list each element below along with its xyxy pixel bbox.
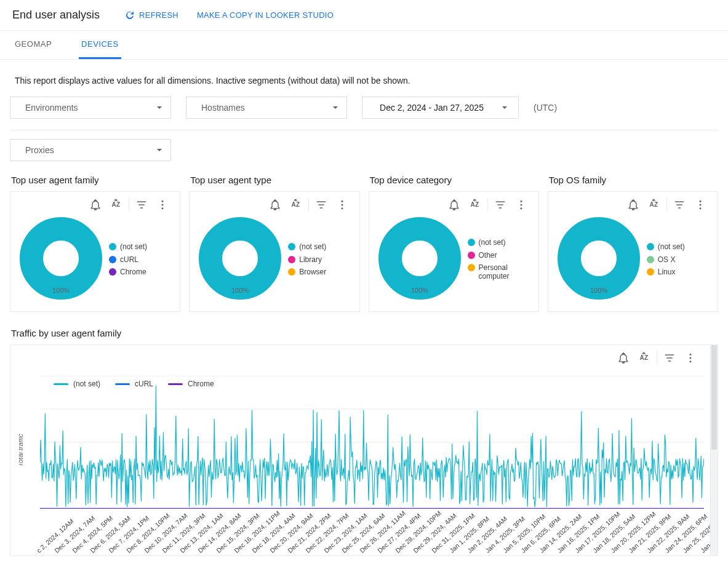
donut-row: Top user agent family AZ 100% (not set) bbox=[10, 170, 718, 312]
svg-point-22 bbox=[700, 207, 702, 209]
legend-item: OS X bbox=[647, 255, 685, 264]
more-vert-icon[interactable] bbox=[515, 199, 527, 211]
more-vert-icon[interactable] bbox=[336, 199, 348, 211]
svg-point-2 bbox=[162, 201, 164, 202]
donut-chart: 100% bbox=[377, 217, 463, 303]
sort-az-icon[interactable]: AZ bbox=[110, 199, 122, 211]
alert-icon[interactable] bbox=[269, 199, 281, 211]
make-copy-button[interactable]: MAKE A COPY IN LOOKER STUDIO bbox=[197, 10, 334, 20]
filter-icon[interactable] bbox=[494, 199, 506, 211]
legend-swatch bbox=[647, 256, 654, 263]
donut-column: Top OS family AZ 100% (not set) bbox=[548, 170, 718, 312]
legend-label: (not set) bbox=[479, 238, 506, 247]
svg-point-27 bbox=[690, 357, 692, 359]
alert-icon[interactable] bbox=[617, 352, 630, 364]
legend-swatch bbox=[647, 268, 654, 276]
sort-az-icon[interactable]: AZ bbox=[290, 199, 302, 211]
date-range-select[interactable]: Dec 2, 2024 - Jan 27, 2025 bbox=[362, 97, 519, 119]
legend-label: Personal computer bbox=[479, 263, 532, 281]
donut-title: Top device category bbox=[370, 175, 539, 185]
vertical-scrollbar-thumb[interactable] bbox=[711, 345, 717, 450]
donut-legend: (not set) Other Personal computer bbox=[468, 238, 532, 281]
donut-title: Top user agent family bbox=[11, 175, 180, 185]
legend-swatch bbox=[109, 268, 116, 276]
svg-point-23 bbox=[569, 229, 628, 288]
alert-icon[interactable] bbox=[627, 199, 639, 211]
donut-card: AZ 100% (not set) OS X Linux bbox=[548, 191, 718, 312]
x-axis-labels: c 2, 2024, 12AMDec 3, 2024, 7AMDec 4, 20… bbox=[40, 509, 704, 554]
legend-item: (not set) bbox=[288, 242, 326, 251]
legend-label: (not set) bbox=[120, 242, 147, 251]
card-toolbar: AZ bbox=[552, 196, 714, 214]
traffic-title: Traffic by user agent family bbox=[11, 328, 718, 338]
legend-item: (not set) bbox=[468, 238, 532, 247]
page-title: End user analysis bbox=[12, 9, 100, 22]
chevron-down-icon bbox=[157, 149, 162, 151]
filter-icon[interactable] bbox=[135, 199, 148, 211]
svg-text:Z: Z bbox=[116, 201, 120, 208]
svg-point-11 bbox=[210, 229, 270, 288]
filter-icon[interactable] bbox=[663, 352, 676, 364]
legend-label: Other bbox=[479, 251, 497, 260]
legend-item: cURL bbox=[109, 255, 147, 264]
legend-item: (not set) bbox=[109, 242, 147, 251]
svg-text:Z: Z bbox=[475, 201, 479, 208]
legend-label: cURL bbox=[120, 255, 138, 264]
donut-column: Top device category AZ 100% (not set) bbox=[369, 170, 539, 312]
tab-geomap[interactable]: GEOMAP bbox=[12, 31, 54, 59]
legend-label: Linux bbox=[658, 268, 676, 276]
donut-percent: 100% bbox=[231, 287, 249, 294]
timezone-label: (UTC) bbox=[534, 103, 557, 113]
more-vert-icon[interactable] bbox=[684, 352, 697, 364]
donut-column: Top user agent type AZ 100% (not set) bbox=[189, 170, 359, 312]
legend-item: Library bbox=[288, 255, 326, 264]
legend-swatch bbox=[109, 243, 116, 250]
svg-text:A: A bbox=[640, 354, 644, 361]
donut-chart: 100% bbox=[18, 217, 104, 303]
more-vert-icon[interactable] bbox=[156, 199, 169, 211]
svg-point-16 bbox=[520, 207, 522, 209]
traffic-plot: 05K10K15K20K bbox=[40, 376, 704, 509]
tab-devices[interactable]: DEVICES bbox=[79, 31, 121, 59]
filter-icon[interactable] bbox=[673, 199, 686, 211]
date-range-label: Dec 2, 2024 - Jan 27, 2025 bbox=[380, 103, 484, 113]
svg-point-21 bbox=[700, 204, 702, 206]
alert-icon[interactable] bbox=[89, 199, 102, 211]
donut-title: Top user agent type bbox=[190, 175, 359, 185]
svg-point-15 bbox=[520, 204, 522, 206]
svg-text:Z: Z bbox=[654, 201, 658, 208]
svg-text:Z: Z bbox=[296, 201, 300, 208]
vertical-scrollbar-track[interactable] bbox=[711, 344, 718, 556]
svg-point-4 bbox=[162, 207, 164, 209]
legend-item: Chrome bbox=[109, 268, 147, 276]
traffic-card: AZ (not set) cURL Chrome bbox=[10, 344, 711, 556]
legend-swatch bbox=[468, 264, 475, 271]
donut-card: AZ 100% (not set) Other Personal comput bbox=[369, 191, 539, 312]
refresh-button[interactable]: REFRESH bbox=[124, 10, 178, 21]
legend-swatch bbox=[288, 268, 295, 276]
make-copy-label: MAKE A COPY IN LOOKER STUDIO bbox=[197, 10, 334, 20]
divider bbox=[10, 130, 718, 130]
sort-az-icon[interactable]: AZ bbox=[648, 199, 660, 211]
environments-select[interactable]: Environments bbox=[10, 97, 171, 119]
svg-text:A: A bbox=[650, 201, 654, 208]
proxies-select[interactable]: Proxies bbox=[10, 139, 171, 161]
svg-point-28 bbox=[690, 360, 692, 362]
legend-item: Personal computer bbox=[468, 263, 532, 281]
legend-label: Browser bbox=[299, 268, 326, 276]
sort-az-icon[interactable]: AZ bbox=[638, 352, 650, 364]
svg-text:A: A bbox=[470, 201, 474, 208]
card-toolbar: AZ bbox=[193, 196, 355, 214]
svg-point-5 bbox=[31, 229, 90, 288]
hostnames-select[interactable]: Hostnames bbox=[186, 97, 347, 119]
filter-icon[interactable] bbox=[315, 199, 327, 211]
card-toolbar: AZ bbox=[373, 196, 535, 214]
chevron-down-icon bbox=[157, 106, 162, 109]
alert-icon[interactable] bbox=[448, 199, 460, 211]
sort-az-icon[interactable]: AZ bbox=[469, 199, 481, 211]
donut-percent: 100% bbox=[52, 287, 70, 294]
more-vert-icon[interactable] bbox=[694, 199, 706, 211]
legend-swatch bbox=[468, 239, 475, 246]
card-toolbar: AZ bbox=[14, 196, 176, 214]
tab-bar: GEOMAP DEVICES bbox=[0, 31, 728, 60]
